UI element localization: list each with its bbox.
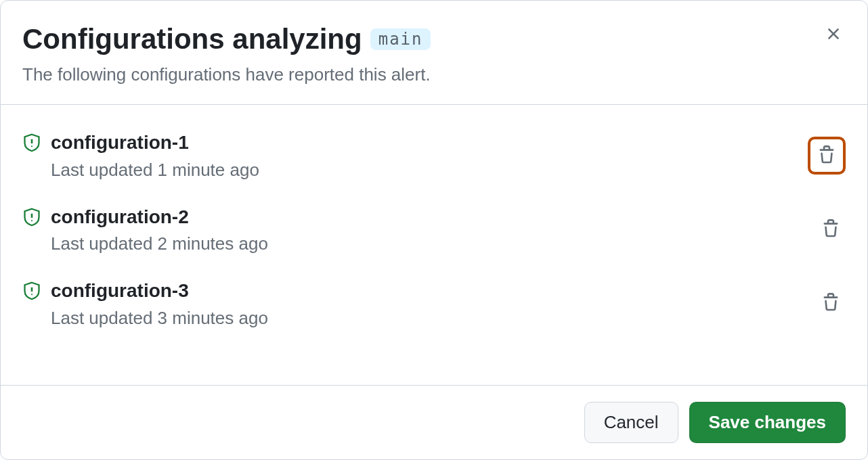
configurations-dialog: Configurations analyzing main The follow… — [0, 0, 868, 460]
configuration-info: configuration-3Last updated 3 minutes ag… — [51, 279, 816, 328]
dialog-subtitle: The following configurations have report… — [22, 64, 846, 85]
cancel-button[interactable]: Cancel — [584, 402, 678, 443]
configuration-updated: Last updated 1 minute ago — [51, 160, 808, 181]
trash-icon — [821, 219, 840, 240]
shield-alert-icon — [22, 281, 41, 300]
dialog-title: Configurations analyzing — [22, 22, 362, 56]
delete-configuration-button[interactable] — [816, 289, 846, 319]
configuration-info: configuration-2Last updated 2 minutes ag… — [51, 205, 816, 254]
trash-icon — [821, 293, 840, 314]
delete-configuration-button[interactable] — [808, 137, 846, 175]
save-changes-button[interactable]: Save changes — [689, 402, 846, 443]
delete-configuration-button[interactable] — [816, 214, 846, 244]
configuration-item: configuration-1Last updated 1 minute ago — [22, 118, 846, 192]
close-icon — [824, 24, 843, 45]
trash-icon — [817, 145, 836, 166]
svg-point-5 — [31, 294, 32, 295]
shield-alert-icon — [22, 133, 41, 152]
configuration-name: configuration-2 — [51, 205, 816, 229]
configuration-updated: Last updated 3 minutes ago — [51, 308, 816, 329]
dialog-footer: Cancel Save changes — [1, 385, 867, 459]
dialog-header: Configurations analyzing main The follow… — [1, 1, 867, 105]
shield-alert-icon — [22, 208, 41, 227]
dialog-title-row: Configurations analyzing main — [22, 22, 846, 56]
branch-badge: main — [370, 28, 431, 50]
configuration-list: configuration-1Last updated 1 minute ago… — [1, 105, 867, 385]
configuration-updated: Last updated 2 minutes ago — [51, 233, 816, 254]
configuration-info: configuration-1Last updated 1 minute ago — [51, 131, 808, 180]
configuration-item: configuration-2Last updated 2 minutes ag… — [22, 193, 846, 267]
close-button[interactable] — [821, 22, 846, 47]
svg-point-1 — [31, 146, 32, 147]
configuration-item: configuration-3Last updated 3 minutes ag… — [22, 267, 846, 340]
configuration-name: configuration-1 — [51, 131, 808, 155]
configuration-name: configuration-3 — [51, 279, 816, 303]
svg-point-3 — [31, 220, 32, 221]
